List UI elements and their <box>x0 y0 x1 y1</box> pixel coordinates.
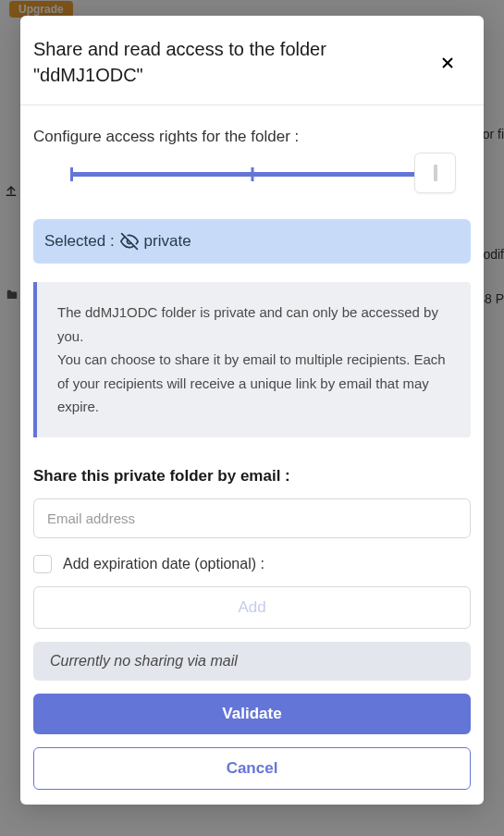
modal-title: Share and read access to the folder "ddM… <box>33 36 422 88</box>
expiration-label: Add expiration date (optional) : <box>63 556 264 572</box>
expiration-checkbox[interactable] <box>33 555 52 573</box>
share-by-email-label: Share this private folder by email : <box>33 467 471 486</box>
close-button[interactable] <box>434 49 461 80</box>
cancel-button[interactable]: Cancel <box>33 747 471 790</box>
email-input[interactable] <box>33 498 471 538</box>
eye-off-icon <box>120 232 139 251</box>
slider-tick <box>70 167 73 181</box>
slider-handle[interactable] <box>414 153 456 193</box>
selected-status: Selected : private <box>33 219 471 264</box>
selected-prefix: Selected : <box>44 232 115 251</box>
selected-value: private <box>144 232 191 251</box>
access-slider[interactable] <box>70 172 434 177</box>
slider-handle-grip-icon <box>434 165 437 181</box>
no-sharing-status: Currently no sharing via mail <box>33 642 471 681</box>
info-box: The ddMJ1ODC folder is private and can o… <box>33 282 471 437</box>
info-line: You can choose to share it by email to m… <box>57 348 450 419</box>
info-line: The ddMJ1ODC folder is private and can o… <box>57 301 450 348</box>
close-icon <box>439 60 456 74</box>
add-button[interactable]: Add <box>33 586 471 629</box>
share-modal: Share and read access to the folder "ddM… <box>20 16 484 805</box>
slider-tick <box>251 167 253 181</box>
validate-button[interactable]: Validate <box>33 694 471 734</box>
configure-label: Configure access rights for the folder : <box>33 128 471 146</box>
